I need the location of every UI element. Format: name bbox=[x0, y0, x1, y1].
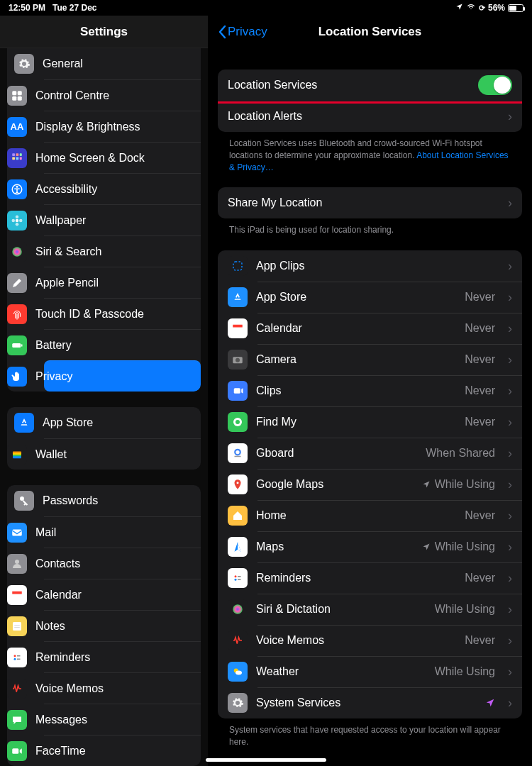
battery-icon bbox=[508, 4, 523, 12]
sidebar-item-siri-search[interactable]: Siri & Search bbox=[44, 235, 201, 267]
svg-rect-37 bbox=[12, 748, 18, 754]
app-row-voice-memos[interactable]: Voice MemosNever› bbox=[218, 625, 522, 656]
app-label: Gboard bbox=[256, 447, 294, 460]
sidebar-item-display-brightness[interactable]: AADisplay & Brightness bbox=[44, 111, 201, 142]
sidebar-item-passwords[interactable]: Passwords bbox=[7, 485, 201, 516]
sidebar-item-label: Display & Brightness bbox=[35, 121, 140, 133]
sidebar-item-voice-memos[interactable]: Voice Memos bbox=[44, 672, 201, 704]
home-indicator[interactable] bbox=[206, 758, 326, 762]
sidebar-item-facetime[interactable]: FaceTime bbox=[44, 735, 201, 766]
app-label: Voice Memos bbox=[256, 634, 324, 647]
app-value: Never bbox=[465, 291, 495, 304]
svg-rect-40 bbox=[233, 325, 243, 328]
sidebar-item-mail[interactable]: Mail bbox=[44, 516, 201, 548]
finger-icon bbox=[7, 304, 27, 324]
sidebar-item-wallet[interactable]: Wallet bbox=[44, 438, 201, 470]
rem-icon bbox=[228, 568, 248, 588]
svg-point-17 bbox=[12, 247, 22, 257]
app-row-gboard[interactable]: GboardWhen Shared› bbox=[218, 438, 522, 469]
app-label: Weather bbox=[256, 665, 299, 678]
A-icon bbox=[14, 413, 34, 433]
wave-icon bbox=[7, 679, 27, 699]
svg-point-13 bbox=[16, 215, 19, 218]
sidebar-item-app-store[interactable]: App Store bbox=[7, 407, 201, 438]
svg-rect-38 bbox=[233, 262, 242, 270]
app-value: While Using bbox=[435, 665, 495, 678]
sidebar-item-control-centre[interactable]: Control Centre bbox=[44, 79, 201, 111]
svg-rect-3 bbox=[18, 96, 22, 100]
sidebar-item-battery[interactable]: Battery bbox=[44, 329, 201, 360]
sidebar-item-reminders[interactable]: Reminders bbox=[44, 641, 201, 672]
svg-point-51 bbox=[235, 579, 237, 581]
cam-icon bbox=[228, 350, 248, 370]
sidebar-title: Settings bbox=[0, 16, 208, 48]
app-row-app-clips[interactable]: App Clips› bbox=[218, 250, 522, 282]
back-button[interactable]: Privacy bbox=[218, 25, 267, 39]
app-row-clips[interactable]: ClipsNever› bbox=[218, 375, 522, 406]
app-row-system-services[interactable]: System Services› bbox=[218, 687, 522, 718]
msg-icon bbox=[7, 710, 27, 730]
app-value: Never bbox=[465, 353, 495, 366]
app-row-find-my[interactable]: Find MyNever› bbox=[218, 406, 522, 438]
siri-icon bbox=[228, 599, 248, 619]
sidebar-item-home-screen-dock[interactable]: Home Screen & Dock bbox=[44, 142, 201, 173]
sidebar-item-notes[interactable]: Notes bbox=[44, 610, 201, 641]
svg-rect-9 bbox=[20, 157, 22, 160]
location-services-toggle-row[interactable]: Location Services bbox=[218, 70, 522, 101]
svg-rect-19 bbox=[21, 344, 23, 346]
gear-icon bbox=[14, 54, 34, 74]
svg-rect-7 bbox=[12, 157, 15, 160]
location-services-toggle[interactable] bbox=[478, 75, 512, 95]
location-alerts-row[interactable]: Location Alerts › bbox=[218, 101, 522, 132]
app-row-camera[interactable]: CameraNever› bbox=[218, 344, 522, 375]
chevron-right-icon: › bbox=[508, 109, 512, 124]
share-my-location-row[interactable]: Share My Location › bbox=[218, 187, 522, 218]
sidebar-item-general[interactable]: General bbox=[7, 48, 201, 79]
app-value: Never bbox=[465, 416, 495, 428]
back-label: Privacy bbox=[228, 25, 267, 39]
chevron-right-icon: › bbox=[508, 540, 512, 555]
sidebar-item-privacy[interactable]: Privacy bbox=[44, 360, 201, 392]
sidebar-item-contacts[interactable]: Contacts bbox=[44, 548, 201, 579]
svg-rect-6 bbox=[20, 153, 22, 156]
svg-rect-32 bbox=[13, 653, 21, 662]
app-row-siri-dictation[interactable]: Siri & DictationWhile Using› bbox=[218, 594, 522, 625]
svg-rect-4 bbox=[12, 153, 15, 156]
sidebar-item-label: Reminders bbox=[35, 651, 90, 664]
app-row-home[interactable]: HomeNever› bbox=[218, 500, 522, 531]
sidebar-item-calendar[interactable]: Calendar bbox=[44, 579, 201, 610]
person-icon bbox=[7, 554, 27, 574]
svg-rect-49 bbox=[233, 574, 242, 582]
home-icon bbox=[228, 506, 248, 526]
app-row-google-maps[interactable]: Google MapsWhile Using› bbox=[218, 469, 522, 500]
app-value: While Using bbox=[435, 603, 495, 616]
sidebar-item-messages[interactable]: Messages bbox=[44, 704, 201, 735]
svg-point-24 bbox=[20, 496, 24, 501]
sidebar-item-touch-id-passcode[interactable]: Touch ID & Passcode bbox=[44, 298, 201, 329]
chevron-right-icon: › bbox=[508, 633, 512, 648]
sidebar-item-wallpaper[interactable]: Wallpaper bbox=[44, 204, 201, 235]
cal-icon bbox=[7, 585, 27, 605]
chevron-right-icon: › bbox=[508, 259, 512, 274]
gm-icon bbox=[228, 474, 248, 494]
svg-rect-18 bbox=[12, 343, 21, 348]
clips-icon bbox=[228, 381, 248, 401]
app-row-calendar[interactable]: CalendarNever› bbox=[218, 313, 522, 344]
chevron-right-icon: › bbox=[508, 602, 512, 617]
sidebar-item-accessibility[interactable]: Accessibility bbox=[44, 173, 201, 204]
app-value: While Using bbox=[422, 540, 495, 553]
app-row-reminders[interactable]: RemindersNever› bbox=[218, 562, 522, 594]
svg-point-42 bbox=[235, 358, 240, 362]
app-label: Find My bbox=[256, 416, 297, 428]
wallet-icon bbox=[7, 445, 27, 465]
sidebar-item-label: Apple Pencil bbox=[35, 277, 99, 289]
sidebar-item-label: Touch ID & Passcode bbox=[35, 308, 144, 321]
app-row-weather[interactable]: WeatherWhile Using› bbox=[218, 656, 522, 687]
app-row-app-store[interactable]: App StoreNever› bbox=[218, 282, 522, 313]
app-row-maps[interactable]: MapsWhile Using› bbox=[218, 531, 522, 562]
app-label: Maps bbox=[256, 540, 284, 553]
row-label: Share My Location bbox=[228, 196, 322, 209]
app-label: System Services bbox=[256, 696, 340, 709]
sidebar-item-label: Messages bbox=[35, 714, 87, 726]
sidebar-item-apple-pencil[interactable]: Apple Pencil bbox=[44, 267, 201, 298]
